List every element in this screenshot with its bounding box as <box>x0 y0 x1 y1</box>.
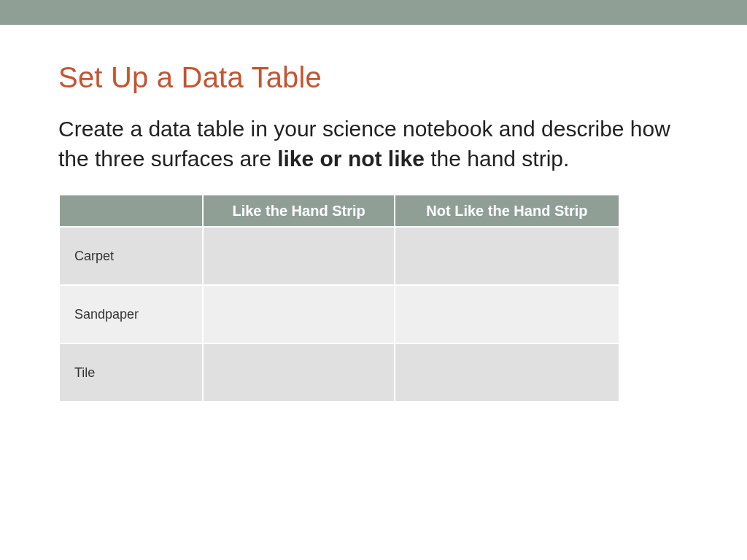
row-label: Sandpaper <box>60 286 202 343</box>
instruction-post: the hand strip. <box>425 147 569 171</box>
slide-content: Set Up a Data Table Create a data table … <box>0 25 747 402</box>
header-bar <box>0 0 747 25</box>
header-blank <box>60 195 202 226</box>
cell-like <box>204 344 393 401</box>
instruction-text: Create a data table in your science note… <box>58 114 689 174</box>
table-row: Tile <box>60 344 619 401</box>
table-row: Sandpaper <box>60 286 619 343</box>
cell-like <box>204 228 393 284</box>
table-header-row: Like the Hand Strip Not Like the Hand St… <box>60 195 619 226</box>
row-label: Carpet <box>60 228 202 284</box>
data-table: Like the Hand Strip Not Like the Hand St… <box>58 194 620 402</box>
header-not-like: Not Like the Hand Strip <box>395 195 619 226</box>
cell-like <box>204 286 393 343</box>
instruction-bold: like or not like <box>277 147 425 171</box>
cell-not-like <box>395 286 619 343</box>
cell-not-like <box>395 228 619 284</box>
table-row: Carpet <box>60 228 619 284</box>
row-label: Tile <box>60 344 202 401</box>
header-like: Like the Hand Strip <box>204 195 393 226</box>
cell-not-like <box>395 344 619 401</box>
slide-title: Set Up a Data Table <box>58 61 689 94</box>
